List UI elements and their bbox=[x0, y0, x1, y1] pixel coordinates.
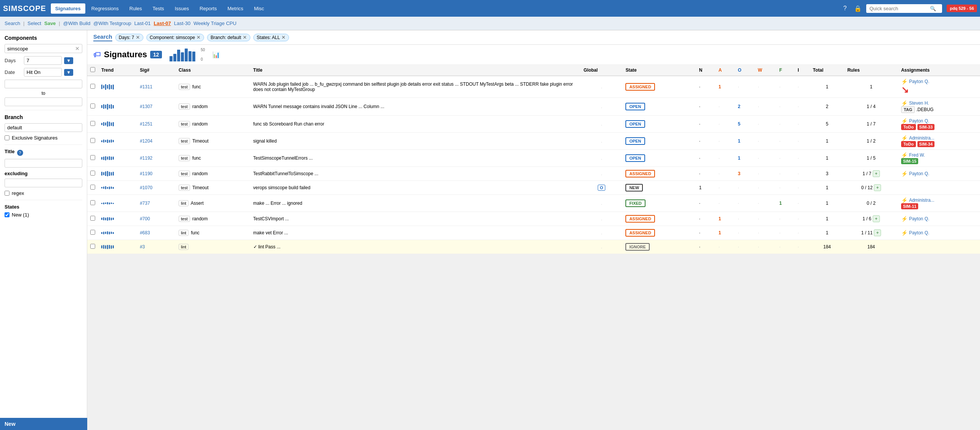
remove-states-filter[interactable]: ✕ bbox=[282, 35, 286, 40]
th-i[interactable]: I bbox=[795, 65, 810, 76]
search-icon[interactable]: 🔍 bbox=[930, 6, 936, 11]
sig-number[interactable]: #1192 bbox=[137, 150, 176, 167]
state-badge[interactable]: FIXED bbox=[625, 199, 645, 207]
nav-reports[interactable]: Reports bbox=[195, 3, 221, 14]
excluding-input[interactable] bbox=[5, 178, 82, 187]
sig-number[interactable]: #737 bbox=[137, 195, 176, 212]
nav-rules[interactable]: Rules bbox=[125, 3, 146, 14]
assignment-name[interactable]: ⚡Payton Q. bbox=[901, 78, 977, 84]
th-total[interactable]: Total bbox=[810, 65, 844, 76]
assignment-name[interactable]: ⚡Administra... bbox=[901, 135, 977, 141]
state-badge[interactable]: OPEN bbox=[625, 137, 645, 145]
assignment-name[interactable]: ⚡Administra... bbox=[901, 197, 977, 203]
state-badge[interactable]: OPEN bbox=[625, 103, 645, 110]
clear-component-button[interactable]: ✕ bbox=[75, 46, 80, 52]
assignment-name[interactable]: ⚡Payton Q. bbox=[901, 170, 977, 177]
sig-state[interactable]: OPEN bbox=[622, 98, 696, 116]
date-to-input[interactable] bbox=[5, 97, 82, 106]
sig-state[interactable]: OPEN bbox=[622, 116, 696, 133]
remove-component-filter[interactable]: ✕ bbox=[196, 35, 200, 40]
assignment-name[interactable]: ⚡Payton Q. bbox=[901, 230, 977, 236]
select-all-checkbox[interactable] bbox=[90, 67, 95, 72]
new-button[interactable]: New bbox=[0, 418, 87, 430]
sig-state[interactable]: ASSIGNED bbox=[622, 226, 696, 240]
title-help-icon[interactable]: ? bbox=[17, 150, 23, 156]
sig-title[interactable]: WARN Job plugin failed job ... b_fu_gwzr… bbox=[250, 76, 581, 98]
row-checkbox[interactable] bbox=[90, 104, 95, 108]
sig-number[interactable]: #700 bbox=[137, 212, 176, 226]
date-from-input[interactable] bbox=[5, 80, 82, 88]
state-badge[interactable]: OPEN bbox=[625, 154, 645, 162]
subnav-last07[interactable]: Last-07 bbox=[154, 21, 171, 26]
subnav-search[interactable]: Search bbox=[5, 21, 20, 26]
rules-plus-button[interactable]: + bbox=[873, 215, 880, 222]
assignment-name[interactable]: ⚡Steven H. bbox=[901, 100, 977, 106]
subnav-select[interactable]: Select bbox=[28, 21, 41, 26]
row-checkbox[interactable] bbox=[90, 121, 95, 126]
th-global[interactable]: Global bbox=[581, 65, 623, 76]
date-input[interactable] bbox=[24, 68, 62, 76]
th-n[interactable]: N bbox=[696, 65, 715, 76]
lock-icon[interactable]: 🔒 bbox=[851, 5, 865, 12]
sig-title[interactable]: make vet Error ... bbox=[250, 226, 581, 240]
sig-title[interactable]: WARN Tunnel message contains invalid JSO… bbox=[250, 98, 581, 116]
sim-tag[interactable]: SIM-34 bbox=[918, 141, 934, 147]
sig-title[interactable]: func sb Scoreboard Run chan error bbox=[250, 116, 581, 133]
sig-number[interactable]: #1070 bbox=[137, 181, 176, 195]
tag-tag[interactable]: TAG bbox=[901, 106, 915, 113]
state-badge[interactable]: IGNORE bbox=[625, 243, 649, 251]
nav-metrics[interactable]: Metrics bbox=[223, 3, 248, 14]
days-spinner[interactable]: ▼ bbox=[64, 57, 73, 64]
rules-plus-button[interactable]: + bbox=[874, 229, 881, 236]
sig-state[interactable]: ASSIGNED bbox=[622, 212, 696, 226]
date-spinner[interactable]: ▼ bbox=[64, 69, 73, 76]
sig-title[interactable]: TestRabbitTunnelToSimscope ... bbox=[250, 167, 581, 181]
assignment-name[interactable]: ⚡Payton Q. bbox=[901, 216, 977, 222]
th-state[interactable]: State bbox=[622, 65, 696, 76]
state-badge[interactable]: ASSIGNED bbox=[625, 229, 655, 237]
state-badge[interactable]: OPEN bbox=[625, 120, 645, 128]
subnav-weekly[interactable]: Weekly Triage CPU bbox=[193, 21, 236, 26]
th-f[interactable]: F bbox=[776, 65, 795, 76]
sig-state[interactable]: OPEN bbox=[622, 133, 696, 150]
remove-branch-filter[interactable]: ✕ bbox=[243, 35, 247, 40]
subnav-with-testgroup[interactable]: @With Testgroup bbox=[93, 21, 131, 26]
nav-tests[interactable]: Tests bbox=[148, 3, 169, 14]
nav-regressions[interactable]: Regressions bbox=[87, 3, 123, 14]
help-icon[interactable]: ? bbox=[840, 5, 850, 12]
row-checkbox[interactable] bbox=[90, 185, 95, 190]
sim-tag[interactable]: SIM-33 bbox=[918, 124, 934, 130]
sig-state[interactable]: ASSIGNED bbox=[622, 167, 696, 181]
th-assignments[interactable]: Assignments bbox=[898, 65, 980, 76]
sig-state[interactable]: OPEN bbox=[622, 150, 696, 167]
state-badge[interactable]: ASSIGNED bbox=[625, 170, 655, 177]
sig-title[interactable]: TestCSVImport ... bbox=[250, 212, 581, 226]
sig-state[interactable]: FIXED bbox=[622, 195, 696, 212]
nav-issues[interactable]: Issues bbox=[170, 3, 194, 14]
subnav-save[interactable]: Save bbox=[45, 21, 56, 26]
th-sig[interactable]: Sig# bbox=[137, 65, 176, 76]
th-title[interactable]: Title bbox=[250, 65, 581, 76]
row-checkbox[interactable] bbox=[90, 244, 95, 249]
exclusive-checkbox[interactable] bbox=[5, 135, 10, 140]
nav-misc[interactable]: Misc bbox=[250, 3, 269, 14]
th-class[interactable]: Class bbox=[176, 65, 250, 76]
th-rules[interactable]: Rules bbox=[844, 65, 898, 76]
chart-toggle-icon[interactable]: 📊 bbox=[212, 51, 220, 58]
sig-number[interactable]: #1311 bbox=[137, 76, 176, 98]
assignment-name[interactable]: ⚡Fred W. bbox=[901, 152, 977, 158]
subnav-last01[interactable]: Last-01 bbox=[134, 21, 151, 26]
branch-input[interactable] bbox=[5, 123, 82, 132]
row-checkbox[interactable] bbox=[90, 155, 95, 160]
row-checkbox[interactable] bbox=[90, 170, 95, 175]
sig-number[interactable]: #1307 bbox=[137, 98, 176, 116]
sim-tag[interactable]: SIM-11 bbox=[901, 203, 918, 209]
th-w[interactable]: W bbox=[755, 65, 776, 76]
todo-tag[interactable]: ToDo bbox=[901, 124, 916, 130]
row-checkbox[interactable] bbox=[90, 200, 95, 205]
subnav-with-build[interactable]: @With Build bbox=[63, 21, 91, 26]
sig-number[interactable]: #1251 bbox=[137, 116, 176, 133]
todo-tag[interactable]: ToDo bbox=[901, 141, 916, 147]
state-badge[interactable]: ASSIGNED bbox=[625, 83, 655, 91]
search-title[interactable]: Search bbox=[93, 33, 112, 41]
